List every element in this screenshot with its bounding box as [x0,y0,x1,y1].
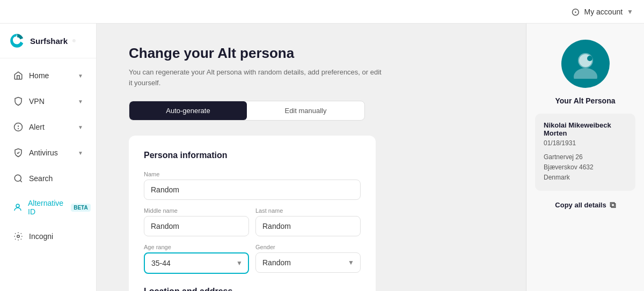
search-icon [13,173,24,184]
svg-point-2 [18,129,19,129]
middle-name-group: Middle name [144,207,249,236]
svg-point-8 [574,68,597,79]
sidebar-item-vpn[interactable]: VPN ▼ [4,89,92,113]
svg-point-3 [14,175,21,181]
last-name-input[interactable] [255,216,361,236]
chevron-down-icon: ▼ [78,150,83,156]
account-icon: ⊙ [571,5,580,18]
home-icon [13,70,24,81]
page-description: You can regenerate your Alt persona with… [129,67,386,88]
svg-line-4 [20,180,21,182]
svg-point-10 [587,56,592,61]
vpn-icon [13,96,24,107]
incogni-icon [13,231,24,242]
sidebar-item-label: Alert [29,123,45,131]
trademark: ® [72,39,76,43]
gender-group: Gender Random Male Female ▼ [255,244,361,274]
gender-select-wrapper: Random Male Female ▼ [255,252,361,273]
age-gender-row: Age range 35-44 18-24 25-34 45-54 55+ ▼ … [144,244,361,274]
name-row: Middle name Last name [144,207,361,236]
last-name-label: Last name [255,207,361,214]
copy-icon: ⧉ [610,200,616,210]
view-toggle: Auto-generate Edit manually [129,101,365,121]
surfshark-logo-icon [9,32,26,49]
alert-icon [13,122,24,132]
auto-generate-tab[interactable]: Auto-generate [129,101,247,120]
gender-select[interactable]: Random Male Female [255,252,361,273]
account-menu[interactable]: ⊙ My account ▼ [571,5,633,18]
sidebar: Surfshark ® Home ▼ VPN ▼ [0,24,97,291]
name-field-group: Name [144,171,361,200]
account-label: My account [584,8,623,16]
persona-address: Gartnervej 26 Bjæverskov 4632 Denmark [544,152,627,183]
alternative-id-icon [13,202,23,213]
sidebar-item-alternative-id[interactable]: Alternative ID BETA [4,192,92,222]
sidebar-item-label: Incogni [29,232,53,241]
age-range-label: Age range [144,244,249,250]
persona-details-card: Nikolai Mikeweibeck Morten 01/18/1931 Ga… [535,114,635,191]
sidebar-item-label: VPN [29,97,45,106]
persona-form: Persona information Name Middle name Las… [129,136,376,291]
gender-label: Gender [255,244,361,250]
name-label: Name [144,171,361,177]
svg-point-5 [16,204,19,207]
logo: Surfshark ® [0,24,96,58]
persona-section-title: Persona information [144,151,361,160]
right-panel: Your Alt Persona Nikolai Mikeweibeck Mor… [526,24,644,291]
sidebar-item-home[interactable]: Home ▼ [4,64,92,87]
main-content: Change your Alt persona You can regenera… [97,24,526,291]
age-range-group: Age range 35-44 18-24 25-34 45-54 55+ ▼ [144,244,249,274]
page-title: Change your Alt persona [129,45,494,62]
middle-name-input[interactable] [144,216,249,236]
app-name: Surfshark [30,36,68,46]
edit-manually-tab[interactable]: Edit manually [247,101,364,120]
sidebar-item-search[interactable]: Search [4,167,92,190]
avatar [561,40,610,88]
sidebar-item-incogni[interactable]: Incogni [4,225,92,248]
your-alt-persona-label: Your Alt Persona [555,96,615,105]
antivirus-icon [13,147,24,158]
age-range-select-wrapper: 35-44 18-24 25-34 45-54 55+ ▼ [144,252,249,274]
last-name-group: Last name [255,207,361,236]
middle-name-label: Middle name [144,207,249,214]
copy-btn-label: Copy all details [555,201,606,209]
chevron-down-icon: ▼ [78,124,83,130]
beta-badge: BETA [71,204,90,212]
sidebar-item-label: Search [29,174,53,183]
chevron-down-icon: ▼ [78,73,83,79]
copy-all-details-button[interactable]: Copy all details ⧉ [555,198,615,212]
persona-name: Nikolai Mikeweibeck Morten [544,121,627,137]
chevron-down-icon: ▼ [78,99,83,105]
sidebar-item-label: Home [29,71,49,80]
sidebar-item-antivirus[interactable]: Antivirus ▼ [4,141,92,165]
svg-point-6 [17,235,20,238]
name-input[interactable] [144,180,361,200]
account-chevron-icon: ▼ [627,8,633,16]
persona-dob: 01/18/1931 [544,139,627,147]
location-section-title: Location and address [144,287,361,291]
sidebar-item-label: Alternative ID [28,199,63,216]
sidebar-nav: Home ▼ VPN ▼ Alert ▼ An [0,58,96,253]
sidebar-item-label: Antivirus [29,148,58,157]
sidebar-item-alert[interactable]: Alert ▼ [4,115,92,139]
avatar-icon [570,49,601,79]
age-range-select[interactable]: 35-44 18-24 25-34 45-54 55+ [144,252,249,274]
